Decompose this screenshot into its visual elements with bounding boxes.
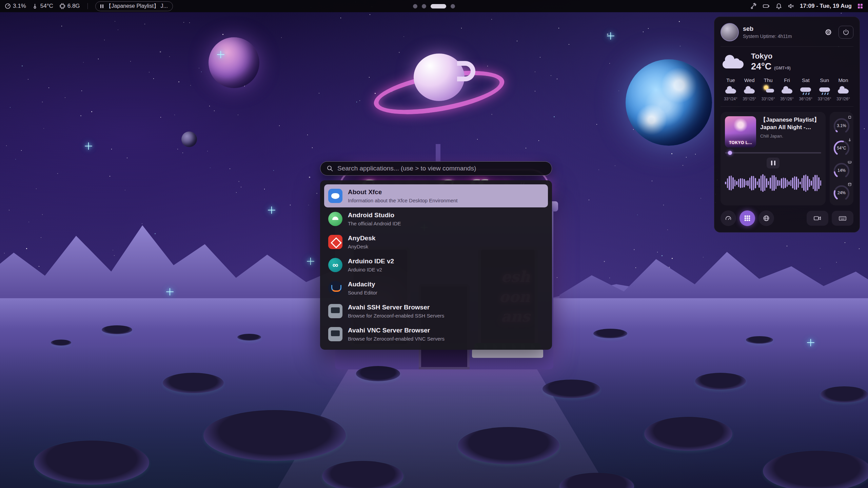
keyboard-button[interactable] (832, 211, 853, 226)
waveform-bar (777, 180, 778, 186)
star (48, 87, 49, 88)
tools-icon[interactable] (750, 3, 757, 9)
waveform-bar (732, 177, 734, 189)
weather-temperature: 24°C (751, 61, 771, 72)
star (42, 214, 43, 215)
memory-stat[interactable]: 6.8G (59, 3, 80, 9)
star (491, 19, 492, 20)
cpu-gauge-icon (5, 3, 11, 9)
star (214, 110, 215, 111)
workspace-dot-1[interactable] (413, 4, 417, 8)
album-art[interactable]: TOKYO L... (725, 116, 756, 147)
cpu-usage-stat[interactable]: 3.1% (5, 3, 26, 9)
performance-button[interactable] (721, 210, 736, 226)
star (609, 63, 610, 64)
power-button[interactable] (839, 26, 853, 39)
star (125, 190, 125, 190)
crater (51, 340, 71, 346)
search-input[interactable] (337, 165, 546, 172)
star (241, 187, 241, 187)
network-button[interactable] (758, 210, 774, 226)
battery-icon[interactable] (763, 3, 770, 9)
forecast-weather-icon (799, 85, 812, 94)
temperature-stat[interactable]: 54°C (32, 3, 53, 9)
apps-grid-button[interactable] (739, 210, 755, 226)
star (264, 189, 265, 189)
workspace-indicator (413, 0, 455, 12)
star (695, 154, 696, 155)
user-avatar[interactable] (721, 23, 739, 41)
waveform-bar (738, 179, 739, 187)
star (316, 193, 317, 194)
workspace-dot-4[interactable] (451, 4, 455, 8)
star (679, 21, 680, 22)
forecast-day-label: Mon (838, 77, 848, 83)
search-icon (327, 165, 333, 172)
result-anydesk[interactable]: AnyDesk AnyDesk (324, 230, 548, 253)
star (236, 192, 237, 193)
forecast-day: Mon 33°/26° (834, 77, 852, 101)
result-arduino-ide[interactable]: Arduino IDE v2 Arduino IDE v2 (324, 253, 548, 277)
star (230, 168, 230, 169)
result-avahi-ssh[interactable]: Avahi SSH Server Browser Browse for Zero… (324, 300, 548, 323)
cpu-usage-value: 3.1% (13, 3, 26, 9)
launcher-search-bar[interactable] (320, 161, 552, 176)
now-playing-widget[interactable]: 【Japanese Playlist】 J... (95, 1, 173, 11)
app-grid-icon[interactable] (857, 3, 863, 9)
star-sparkle (85, 142, 92, 150)
result-android-studio[interactable]: Android Studio The official Android IDE (324, 207, 548, 230)
workspace-dot-3-active[interactable] (431, 4, 446, 8)
star (598, 169, 599, 170)
star-sparkle (807, 339, 814, 346)
star (680, 46, 680, 46)
result-about-xfce[interactable]: About Xfce Information about the Xfce De… (324, 184, 548, 207)
memory-value: 6.8G (67, 3, 80, 9)
star (4, 253, 5, 253)
progress-handle[interactable] (728, 151, 732, 155)
waveform-bar (762, 174, 764, 192)
forecast-temps: 33°/26° (818, 97, 831, 101)
star (686, 157, 687, 158)
track-progress-bar[interactable] (725, 152, 821, 154)
screen-record-button[interactable] (807, 211, 828, 226)
system-uptime: System Uptime: 4h11m (743, 34, 818, 39)
workspace-dot-2[interactable] (422, 4, 426, 8)
volume-muted-icon[interactable] (788, 3, 794, 9)
result-subtitle: Browse for Zeroconf-enabled SSH Servers (348, 312, 444, 319)
weather-timezone: (GMT+9) (774, 66, 790, 70)
star (859, 248, 860, 249)
small-moon (181, 131, 197, 147)
waveform-bar (781, 178, 782, 188)
clock[interactable]: 17:09 - Tue, 19 Aug (800, 3, 852, 9)
star (557, 79, 557, 79)
star (662, 255, 663, 256)
result-avahi-vnc[interactable]: Avahi VNC Server Browser Browse for Zero… (324, 323, 548, 346)
notifications-bell-icon[interactable] (775, 3, 782, 9)
star (615, 165, 615, 166)
settings-button[interactable] (822, 26, 834, 38)
crater (34, 441, 149, 485)
waveform-bar (802, 178, 803, 188)
waveform-bar (796, 177, 797, 190)
star (667, 229, 668, 230)
pause-button[interactable] (767, 158, 780, 168)
crater (542, 380, 600, 398)
quick-actions (721, 210, 853, 226)
waveform-bar (803, 175, 805, 191)
system-stats: 3.1% 54°C 6.8G 【Japanese Playlist】 J... (5, 1, 173, 11)
forecast-weather-icon (781, 85, 793, 94)
anydesk-app-icon (328, 235, 342, 249)
result-audacity[interactable]: Audacity Sound Editor (324, 277, 548, 300)
waveform-bar (768, 181, 769, 185)
star (190, 85, 191, 86)
forecast-temps: 33°/26° (836, 97, 850, 101)
waveform-bar (761, 176, 762, 191)
star (199, 68, 199, 68)
result-subtitle: Browse for Zeroconf-enabled VNC Servers (348, 336, 445, 342)
waveform-bar (814, 175, 816, 191)
waveform-bar (813, 177, 814, 189)
track-artist: Chill Japan. (760, 134, 821, 139)
star (703, 257, 704, 258)
forecast-temps: 36°/26° (799, 97, 812, 101)
video-camera-icon (813, 215, 822, 222)
